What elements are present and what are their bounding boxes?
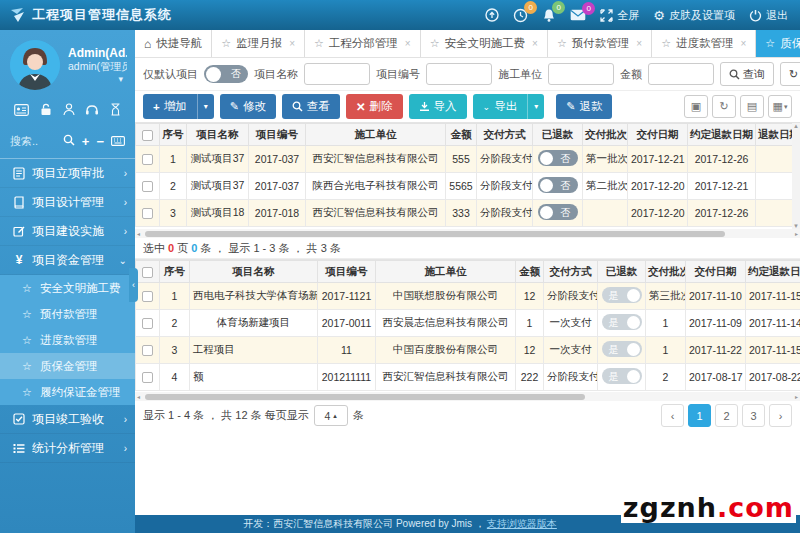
default-only-toggle[interactable]: 否 [204,65,248,83]
refunded-toggle[interactable]: 是 [602,368,642,384]
col-header[interactable]: 交付批次 [646,261,686,283]
tab-progress-payment[interactable]: ☆进度款管理× [652,30,756,57]
col-header[interactable]: 已退款 [598,261,646,283]
fullscreen-button[interactable]: 全屏 [600,8,639,23]
keyboard-icon[interactable] [111,132,125,150]
horizontal-scrollbar[interactable]: ◂▸ [135,392,800,401]
import-button[interactable]: 导入 [409,94,467,119]
refunded-toggle[interactable]: 否 [538,177,578,193]
view-button[interactable]: 查看 [282,94,340,119]
add-caret-button[interactable]: ▾ [197,94,214,119]
close-icon[interactable]: × [532,38,538,49]
refunded-toggle[interactable]: 是 [602,341,642,357]
col-header[interactable]: 项目名称 [187,124,249,146]
page-1-button[interactable]: 1 [688,404,711,427]
col-header[interactable]: 项目编号 [249,124,306,146]
edit-button[interactable]: ✎修改 [220,94,276,119]
sidebar-item-project-construction[interactable]: 项目建设实施› [0,217,135,246]
project-name-input[interactable] [304,63,370,85]
prev-page-button[interactable]: ‹ [661,404,684,427]
col-header[interactable]: 已退款 [533,124,583,146]
col-header[interactable]: 金额 [516,261,544,283]
notifications-bell-icon[interactable]: 0 [542,8,556,23]
col-header[interactable]: 交付方式 [544,261,598,283]
refunded-toggle[interactable]: 否 [538,150,578,166]
user-profile-icon[interactable] [63,102,75,120]
export-caret-button[interactable]: ▾ [527,94,544,119]
close-icon[interactable]: × [741,38,747,49]
row-checkbox[interactable] [142,318,153,329]
row-checkbox[interactable] [142,208,153,219]
col-header[interactable]: 约定退款日期 [746,261,800,283]
browser-support-link[interactable]: 支持浏览器版本 [487,517,557,531]
col-header[interactable]: 序号 [160,124,187,146]
row-checkbox[interactable] [142,154,153,165]
sidebar-subitem-progress-payment[interactable]: ☆进度款管理 [0,327,135,353]
sidebar-subitem-quality-deposit[interactable]: ☆质保金管理 [0,353,135,379]
page-size-select[interactable]: 4 ▴ [314,405,348,426]
avatar[interactable] [10,40,60,90]
table-row[interactable]: 2 测试项目37 2017-037 陕西合光电子科技有限公司 5565 分阶段支… [136,173,800,200]
table-view-icon[interactable]: ▤ [740,95,764,118]
col-header[interactable]: 交付方式 [477,124,533,146]
tab-project-division[interactable]: ☆工程分部管理× [305,30,421,57]
columns-icon[interactable]: ▦▾ [768,95,792,118]
add-button[interactable]: +增加 [143,94,197,119]
sidebar-item-project-design[interactable]: 项目设计管理› [0,188,135,217]
col-header[interactable]: 项目名称 [190,261,318,283]
collapse-all-icon[interactable]: − [96,134,104,149]
sidebar-subitem-safety-fee[interactable]: ☆安全文明施工费 [0,275,135,301]
tasks-clock-icon[interactable]: 0 [513,8,528,23]
refunded-toggle[interactable]: 否 [538,204,578,220]
sidebar-subitem-performance-bond[interactable]: ☆履约保证金管理 [0,379,135,405]
col-header[interactable]: 金额 [446,124,477,146]
tab-supervision-report[interactable]: ☆监理月报× [212,30,305,57]
close-icon[interactable]: × [289,38,295,49]
project-code-input[interactable] [426,63,492,85]
row-checkbox[interactable] [142,181,153,192]
user-caret-icon[interactable]: ▾ [68,74,127,84]
col-header[interactable]: 退款日期 [756,124,797,146]
col-header[interactable]: 项目编号 [318,261,376,283]
reset-button[interactable]: ↻ 重置 [780,62,800,86]
tab-advance-payment[interactable]: ☆预付款管理× [548,30,652,57]
tab-quality-deposit[interactable]: ☆质保金管理× [756,30,800,57]
refunded-toggle[interactable]: 是 [602,314,642,330]
sidebar-subitem-advance-payment[interactable]: ☆预付款管理 [0,301,135,327]
vertical-scrollbar[interactable]: ▲▼ [792,123,800,229]
tab-safety-fee[interactable]: ☆安全文明施工费× [421,30,548,57]
sidebar-item-project-approval[interactable]: 项目立项审批› [0,159,135,188]
col-header[interactable]: 序号 [160,261,190,283]
table-row[interactable]: 3 测试项目18 2017-018 西安汇智信息科技有限公司 333 分阶段支付… [136,200,800,227]
search-icon[interactable] [63,132,75,150]
row-checkbox[interactable] [142,291,153,302]
table-row[interactable]: 2 体育场新建项目 2017-0011 西安晨志信息科技有限公司 1 一次支付 … [136,310,800,337]
amount-input[interactable] [648,63,714,85]
settings-button[interactable]: ⚙ 皮肤及设置项 [653,8,735,23]
sidebar-collapse-handle[interactable]: ‹ [129,268,138,302]
close-icon[interactable]: × [636,38,642,49]
refund-button[interactable]: ✎退款 [556,94,612,119]
minimize-panel-icon[interactable]: ▣ [684,95,708,118]
contractor-input[interactable] [548,63,614,85]
theme-circle-icon[interactable] [485,8,499,22]
row-checkbox[interactable] [142,372,153,383]
lock-icon[interactable] [40,102,52,120]
refunded-toggle[interactable]: 是 [602,287,642,303]
col-header[interactable]: 交付日期 [628,124,688,146]
expand-all-icon[interactable]: + [82,134,90,149]
tab-quick-nav[interactable]: ⌂ 快捷导航 [135,30,212,57]
select-all-checkbox[interactable] [136,124,160,146]
next-page-button[interactable]: › [769,404,792,427]
logout-button[interactable]: 退出 [749,8,788,23]
col-header[interactable]: 交付批次 [583,124,628,146]
col-header[interactable]: 约定退款日期 [688,124,756,146]
col-header[interactable]: 交付日期 [686,261,746,283]
export-button[interactable]: ⌄导出 [473,94,528,119]
col-header[interactable]: 施工单位 [306,124,446,146]
table-row[interactable]: 1 西电电子科技大学体育场新建项目 2017-1121 中国联想股份有限公司 1… [136,283,800,310]
search-button[interactable]: 查询 [720,62,774,86]
page-2-button[interactable]: 2 [715,404,738,427]
page-3-button[interactable]: 3 [742,404,765,427]
phone-icon[interactable] [85,102,99,120]
